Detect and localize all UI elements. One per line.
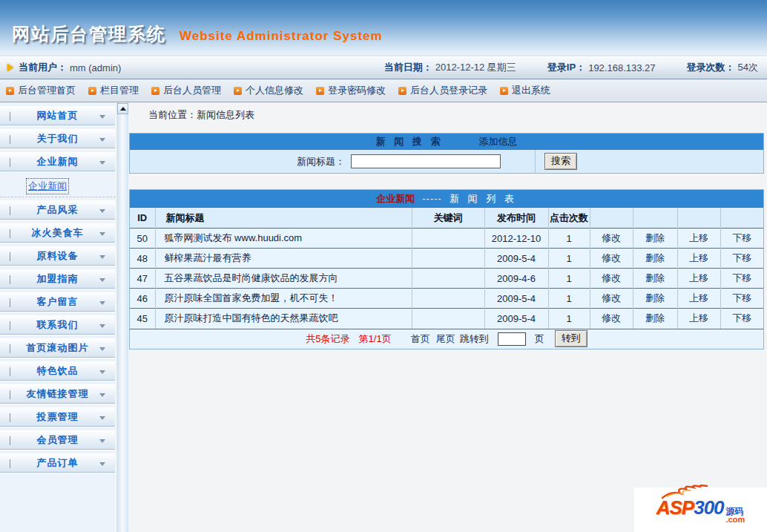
nav-bullet-icon — [88, 87, 96, 95]
chevron-down-icon — [99, 462, 105, 466]
nav-bullet-icon — [234, 87, 242, 95]
edit-link[interactable]: 修改 — [602, 252, 621, 263]
move-down-link[interactable]: 下移 — [732, 312, 751, 324]
sidebar-menu-button[interactable]: 投票管理 — [0, 407, 115, 427]
add-info-link[interactable]: 添加信息 — [478, 135, 517, 148]
flame-icon — [661, 485, 713, 499]
delete-link[interactable]: 删除 — [645, 232, 665, 243]
move-down-link[interactable]: 下移 — [732, 252, 751, 263]
top-nav-item-label: 后台管理首页 — [18, 84, 76, 97]
news-category-title: 企业新闻 — [376, 192, 415, 206]
edit-link[interactable]: 修改 — [602, 272, 621, 283]
sidebar-menu-button[interactable]: 首页滚动图片 — [0, 338, 115, 358]
sidebar-menu-button[interactable]: 关于我们 — [0, 129, 115, 148]
sidebar-menu-button[interactable]: 产品订单 — [0, 453, 115, 473]
news-list-title: 新 闻 列 表 — [450, 192, 517, 206]
sidebar-menu-label: 客户留言 — [37, 295, 79, 309]
sidebar-menu-button[interactable]: 客户留言 — [0, 292, 115, 312]
chevron-down-icon — [99, 416, 105, 420]
chevron-down-icon — [99, 370, 105, 374]
cell-id: 47 — [130, 269, 155, 289]
sidebar: 网站首页 关于我们 企业新闻 企业新闻 产品风采 冰火美食 — [0, 102, 116, 532]
sidebar-submenu-link[interactable]: 企业新闻 — [27, 179, 68, 194]
cell-clicks: 1 — [548, 229, 590, 249]
table-row: 48 鲜榨果蔬汁最有营养 2009-5-4 1 修改 删除 上移 下移 — [130, 249, 763, 269]
delete-link[interactable]: 删除 — [645, 292, 665, 303]
table-row: 45 原汁原味打造中国有特色的天然果蔬饮吧 2009-5-4 1 修改 删除 上… — [130, 309, 763, 329]
search-button[interactable]: 搜索 — [544, 153, 577, 170]
top-nav-item[interactable]: 后台管理首页 — [6, 84, 76, 97]
sidebar-menu-button[interactable]: 企业新闻 — [0, 152, 115, 171]
move-up-link[interactable]: 上移 — [689, 272, 708, 283]
chevron-down-icon — [99, 301, 105, 305]
sidebar-menu-label: 特色饮品 — [37, 364, 79, 378]
col-id: ID — [130, 208, 155, 229]
cell-news-title: 原汁原味打造中国有特色的天然果蔬饮吧 — [155, 309, 412, 329]
sidebar-menu-button[interactable]: 网站首页 — [0, 106, 115, 125]
cell-news-title: 原汁原味全国首家免费加盟，机不可失！ — [155, 289, 412, 309]
sidebar-menu-button[interactable]: 原料设备 — [0, 246, 115, 266]
move-up-link[interactable]: 上移 — [689, 292, 708, 303]
col-action-4 — [720, 208, 763, 229]
col-action-3 — [677, 208, 720, 229]
col-action-1 — [590, 208, 633, 229]
logo-com-text: .com — [726, 516, 745, 524]
move-down-link[interactable]: 下移 — [732, 272, 751, 283]
cell-clicks: 1 — [548, 309, 590, 329]
news-list-header: 企业新闻 ----- 新 闻 列 表 — [130, 190, 763, 207]
last-page-link[interactable]: 尾页 — [436, 332, 455, 346]
cell-id: 46 — [130, 289, 155, 309]
cell-divider — [535, 150, 536, 173]
col-clicks: 点击次数 — [548, 208, 590, 229]
table-row: 47 五谷果蔬饮品是时尚健康饮品的发展方向 2009-4-6 1 修改 删除 上… — [130, 269, 763, 289]
cell-news-title: 鲜榨果蔬汁最有营养 — [155, 249, 412, 269]
move-up-link[interactable]: 上移 — [689, 312, 708, 324]
sidebar-menu-button[interactable]: 产品风采 — [0, 200, 115, 220]
top-nav-item[interactable]: 后台人员管理 — [151, 84, 221, 97]
top-nav-item[interactable]: 个人信息修改 — [234, 84, 303, 97]
news-title-input[interactable] — [351, 154, 501, 168]
scroll-up-icon[interactable] — [117, 103, 128, 114]
top-nav-item-label: 后台人员管理 — [163, 84, 221, 97]
edit-link[interactable]: 修改 — [602, 312, 621, 324]
top-nav-item[interactable]: 栏目管理 — [88, 84, 139, 97]
sidebar-menu-label: 冰火美食车 — [32, 226, 84, 240]
delete-link[interactable]: 删除 — [645, 272, 665, 283]
move-down-link[interactable]: 下移 — [732, 232, 751, 243]
top-nav-item[interactable]: 后台人员登录记录 — [398, 84, 487, 97]
move-up-link[interactable]: 上移 — [689, 232, 708, 243]
sidebar-menu-button[interactable]: 会员管理 — [0, 430, 115, 450]
go-button[interactable]: 转到 — [555, 330, 587, 347]
chevron-down-icon — [99, 209, 105, 213]
move-up-link[interactable]: 上移 — [689, 252, 708, 263]
first-page-link[interactable]: 首页 — [411, 332, 430, 346]
top-nav-item[interactable]: 登录密码修改 — [316, 84, 386, 97]
cell-id: 48 — [130, 249, 155, 269]
login-count-value: 54次 — [738, 61, 758, 74]
sidebar-scrollbar[interactable] — [116, 102, 128, 532]
sidebar-menu-button[interactable]: 加盟指南 — [0, 269, 115, 289]
sidebar-menu-button[interactable]: 友情链接管理 — [0, 384, 115, 404]
chevron-down-icon — [99, 324, 105, 328]
move-down-link[interactable]: 下移 — [732, 292, 751, 303]
sidebar-menu-label: 首页滚动图片 — [27, 341, 89, 355]
sidebar-menu-button[interactable]: 特色饮品 — [0, 361, 115, 381]
main-content: 当前位置：新闻信息列表 新 闻 搜 索 添加信息 新闻标题： 搜索 企业新闻 — [128, 102, 767, 532]
delete-link[interactable]: 删除 — [645, 252, 665, 263]
edit-link[interactable]: 修改 — [602, 292, 621, 303]
login-ip-label: 登录IP： — [547, 61, 585, 74]
cell-news-title: 五谷果蔬饮品是时尚健康饮品的发展方向 — [155, 269, 412, 289]
sidebar-menu-button[interactable]: 冰火美食车 — [0, 223, 115, 243]
cell-publish-date: 2009-4-6 — [484, 269, 548, 289]
top-nav-item[interactable]: 退出系统 — [500, 84, 550, 97]
delete-link[interactable]: 删除 — [645, 312, 665, 324]
system-title-cn: 网站后台管理系统 — [12, 22, 166, 46]
top-nav-item-label: 后台人员登录记录 — [410, 84, 487, 97]
logo-asp-text: ASP — [656, 496, 694, 519]
cell-news-title: 狐帝网测试发布 www.huudi.com — [155, 229, 412, 249]
sidebar-menu-button[interactable]: 联系我们 — [0, 315, 115, 335]
edit-link[interactable]: 修改 — [602, 232, 621, 243]
news-search-panel: 新 闻 搜 索 添加信息 新闻标题： 搜索 — [129, 133, 764, 174]
chevron-down-icon — [99, 439, 105, 443]
page-number-input[interactable] — [498, 332, 526, 346]
